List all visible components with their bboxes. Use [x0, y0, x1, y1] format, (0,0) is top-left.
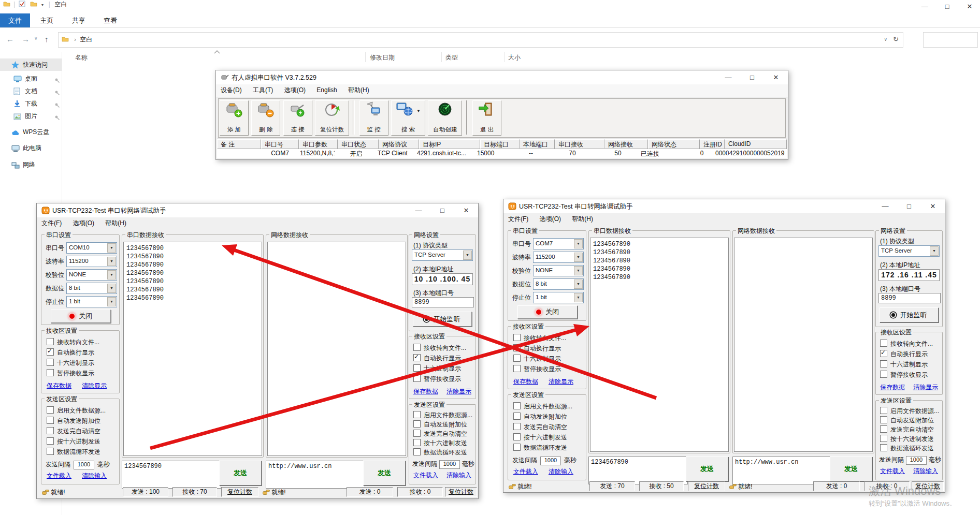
serial-reset-count-button[interactable]: 复位计数	[688, 481, 725, 491]
checkbox-file-source[interactable]: 启用文件数据源...	[47, 406, 106, 415]
load-file-link[interactable]: 文件载入	[880, 467, 905, 476]
col-com[interactable]: 串口号	[261, 139, 299, 149]
column-size[interactable]: 大小	[508, 53, 521, 62]
send-interval-input[interactable]: 1000	[439, 459, 460, 469]
refresh-icon[interactable]: ↻	[893, 33, 899, 46]
search-button[interactable]: ▼ 搜 索	[391, 100, 425, 136]
checkbox-auto-append[interactable]: 自动发送附加位	[47, 417, 100, 425]
checkbox-rx-to-file[interactable]: 接收转向文件...	[47, 338, 99, 346]
menu-device[interactable]: 设备(D)	[216, 84, 247, 95]
clear-input-link[interactable]: 清除输入	[446, 471, 471, 480]
address-dropdown-chevron-icon[interactable]: ∨	[884, 33, 887, 46]
menu-tools[interactable]: 工具(T)	[248, 84, 278, 95]
maximize-button[interactable]: □	[740, 70, 764, 84]
checkbox-pause-rx[interactable]: 暂停接收显示	[513, 365, 561, 373]
protocol-select[interactable]: TCP Server▼	[878, 245, 940, 257]
close-button[interactable]: ✕	[454, 203, 478, 217]
connect-button[interactable]: 连 接	[283, 100, 312, 136]
new-folder-icon[interactable]	[30, 1, 37, 8]
address-bar[interactable]: › 空白 ∨ ↻	[58, 32, 903, 48]
breadcrumb[interactable]: 空白	[80, 36, 92, 43]
menu-options[interactable]: 选项(O)	[280, 84, 310, 95]
send-interval-input[interactable]: 1000	[906, 454, 927, 465]
load-file-link[interactable]: 文件载入	[513, 467, 538, 476]
close-button[interactable]: ✕	[959, 0, 980, 13]
minimize-button[interactable]: —	[914, 0, 935, 13]
net-reset-count-button[interactable]: 复位计数	[445, 487, 477, 497]
col-target-ip[interactable]: 目标IP	[419, 139, 480, 149]
checkbox-loop-send[interactable]: 数据流循环发送	[880, 444, 934, 452]
folder-icon[interactable]	[3, 1, 10, 8]
maximize-button[interactable]: □	[897, 199, 921, 213]
col-net-state[interactable]: 网络状态	[648, 139, 700, 149]
maximize-button[interactable]: □	[430, 203, 454, 217]
col-protocol[interactable]: 网络协议	[379, 139, 419, 149]
menu-options[interactable]: 选项(O)	[68, 217, 99, 228]
menu-help[interactable]: 帮助(H)	[567, 213, 598, 224]
send-interval-input[interactable]: 1000	[74, 459, 94, 469]
stop-bits-select[interactable]: 1 bit▼	[66, 296, 117, 307]
close-button[interactable]: ✕	[764, 70, 788, 84]
clear-display-link[interactable]: 清除显示	[82, 381, 107, 390]
add-port-button[interactable]: 添 加	[220, 100, 249, 136]
checkbox-loop-send[interactable]: 数据流循环发送	[413, 448, 467, 457]
tab-share[interactable]: 共享	[64, 13, 94, 27]
parity-select[interactable]: NONE▼	[66, 269, 117, 281]
menu-file[interactable]: 文件(F)	[37, 217, 66, 228]
checkbox-auto-append[interactable]: 自动发送附加位	[880, 416, 934, 424]
col-target-port[interactable]: 目标端口	[480, 139, 520, 149]
checkbox-hex-display[interactable]: 十六进制显示	[413, 364, 461, 373]
auto-create-button[interactable]: 自动创建	[428, 100, 462, 136]
close-button[interactable]: ✕	[921, 199, 945, 213]
serial-close-button[interactable]: 关闭	[517, 305, 578, 319]
checkbox-auto-append[interactable]: 自动发送附加位	[513, 413, 567, 421]
col-net-rx[interactable]: 网络接收	[604, 139, 648, 149]
clear-display-link[interactable]: 清除显示	[913, 383, 938, 392]
parity-select[interactable]: NONE▼	[533, 265, 584, 276]
serial-close-button[interactable]: 关闭	[51, 310, 111, 323]
net-send-button[interactable]: 发送	[830, 457, 872, 481]
serial-rx-textarea[interactable]: 1234567890123456789012345678901234567890…	[590, 238, 729, 452]
exit-button[interactable]: 退 出	[472, 100, 501, 136]
sidebar-item-network[interactable]: 网络	[0, 158, 62, 171]
minimize-button[interactable]: —	[407, 203, 430, 217]
search-input[interactable]	[923, 32, 978, 48]
column-date-modified[interactable]: 修改日期	[370, 53, 395, 62]
checkbox-file-source[interactable]: 启用文件数据源...	[413, 411, 472, 419]
sidebar-item-documents[interactable]: 文档	[0, 85, 62, 97]
stop-bits-select[interactable]: 1 bit▼	[533, 292, 584, 303]
clear-input-link[interactable]: 清除输入	[549, 467, 573, 476]
properties-check-icon[interactable]	[19, 1, 25, 9]
checkbox-hex-display[interactable]: 十六进制显示	[513, 355, 561, 363]
remove-port-button[interactable]: 删 除	[251, 100, 280, 136]
monitor-button[interactable]: 监 控	[359, 100, 388, 136]
col-cloud-id[interactable]: CloudID	[725, 139, 787, 149]
send-interval-input[interactable]: 1000	[540, 455, 561, 465]
maximize-button[interactable]: □	[937, 0, 958, 13]
checkbox-pause-rx[interactable]: 暂停接收显示	[47, 369, 94, 377]
checkbox-auto-append[interactable]: 自动发送附加位	[413, 420, 467, 429]
serial-send-input[interactable]: 1234567890	[588, 457, 688, 484]
baud-rate-select[interactable]: 115200▼	[66, 256, 117, 267]
start-listen-button[interactable]: 开始监听	[413, 312, 472, 327]
com-port-select[interactable]: COM10▼	[66, 242, 117, 254]
clear-display-link[interactable]: 清除显示	[446, 387, 471, 396]
recent-locations-chevron-icon[interactable]: ∨	[34, 36, 38, 41]
sidebar-item-downloads[interactable]: 下载	[0, 97, 62, 110]
serial-send-input[interactable]: 1234567890	[122, 461, 221, 489]
sidebar-item-wps-cloud[interactable]: WPS云盘	[0, 126, 62, 138]
save-data-link[interactable]: 保存数据	[513, 377, 538, 386]
sidebar-item-desktop[interactable]: 桌面	[0, 72, 62, 85]
clear-input-link[interactable]: 清除输入	[82, 472, 107, 480]
checkbox-send-hex[interactable]: 按十六进制发送	[413, 439, 467, 447]
protocol-select[interactable]: TCP Server▼	[412, 249, 473, 261]
menu-help[interactable]: 帮助(H)	[343, 84, 374, 95]
menu-file[interactable]: 文件(F)	[503, 213, 533, 224]
save-data-link[interactable]: 保存数据	[47, 381, 71, 390]
back-icon[interactable]: ←	[6, 35, 14, 43]
local-port-input[interactable]: 8899	[412, 297, 474, 307]
tab-view[interactable]: 查看	[95, 13, 125, 27]
checkbox-send-hex[interactable]: 按十六进制发送	[513, 433, 567, 442]
menu-help[interactable]: 帮助(H)	[100, 217, 131, 228]
col-params[interactable]: 串口参数	[299, 139, 338, 149]
